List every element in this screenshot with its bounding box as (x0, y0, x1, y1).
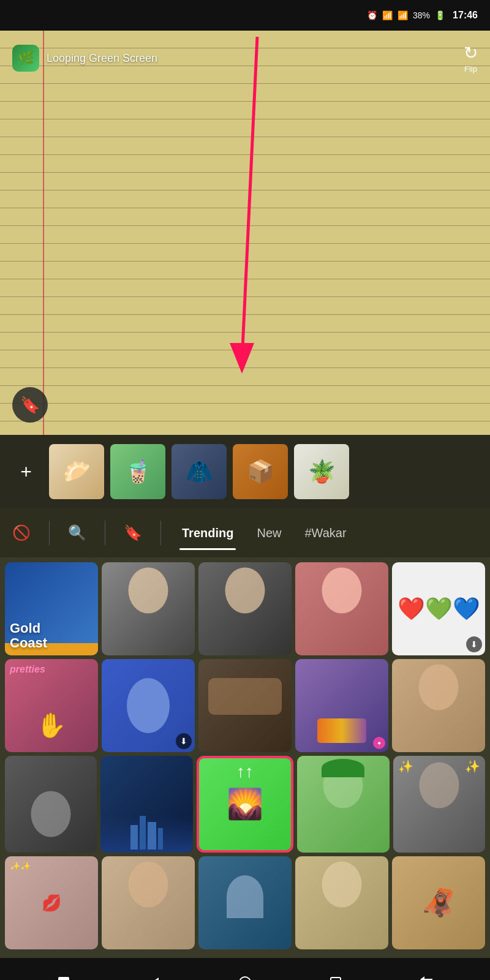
filter-divider3 (160, 521, 161, 545)
add-button[interactable]: + (9, 444, 43, 499)
thumbnail-drinks[interactable]: 🧋 (110, 444, 165, 499)
monkey-cell[interactable]: 🦧 (392, 856, 485, 949)
gold-coast-cell[interactable]: GoldCoast (5, 562, 98, 655)
tab-trending[interactable]: Trending (179, 521, 236, 545)
main-preview-area: 🌿 Looping Green Screen ↻ Flip 🔖 (0, 31, 490, 435)
hand-cell[interactable]: ✋ pretties (5, 659, 98, 752)
app-icon: 🌿 (12, 45, 39, 72)
face-oval-9 (129, 862, 168, 908)
lined-paper-bg (0, 31, 490, 435)
nav-back-button[interactable] (139, 967, 170, 980)
flip-button[interactable]: ↻ Flip (464, 43, 478, 74)
tab-new[interactable]: New (254, 521, 284, 545)
grid-row-1: GoldCoast ❤️💚💙 ⬇ (5, 562, 485, 655)
face-oval-10 (322, 862, 362, 908)
hand-emoji: ✋ (36, 711, 67, 740)
app-title: Looping Green Screen (47, 52, 464, 65)
hat-shape (322, 759, 364, 777)
thumbnail-plant[interactable]: 🪴 (294, 444, 349, 499)
hearts-cell[interactable]: ❤️💚💙 ⬇ (392, 562, 485, 655)
thumb-plant-icon: 🪴 (294, 444, 349, 499)
thumb-product-icon: 📦 (233, 444, 288, 499)
search-icon[interactable]: 🔍 (68, 524, 86, 541)
nav-recents-button[interactable] (320, 967, 351, 980)
top-app-bar: 🌿 Looping Green Screen ↻ Flip (0, 37, 490, 80)
gold-coast-text: GoldCoast (10, 621, 47, 650)
svg-rect-5 (331, 978, 341, 980)
thumb-jacket-icon: 🧥 (172, 444, 227, 499)
face-oval-5 (419, 664, 459, 710)
xmas-decor2: ✨ (465, 759, 480, 774)
thumb-food-icon: 🥟 (49, 444, 104, 499)
lips-emoji: 💋 (42, 894, 61, 913)
xmas-decor: ✨ (398, 759, 413, 774)
navigation-bar (0, 958, 490, 980)
green-hat-cell[interactable] (297, 756, 389, 853)
ban-icon[interactable]: 🚫 (12, 524, 31, 541)
flip-label: Flip (464, 64, 477, 74)
monkey-emoji: 🦧 (422, 887, 456, 919)
status-bar: ⏰ 📶 📶 38% 🔋 17:46 (0, 0, 490, 31)
asian-face-cell[interactable] (392, 659, 485, 752)
sky-cell[interactable]: ✦ (295, 659, 388, 752)
pretties-text: pretties (10, 664, 45, 675)
face-oval-4 (208, 678, 282, 715)
bookmark-icon: 🔖 (20, 396, 40, 415)
thumbnail-food[interactable]: 🥟 (49, 444, 104, 499)
battery-icon: 🔋 (435, 10, 445, 20)
blue-oval (127, 678, 170, 733)
face-bw-cell-2[interactable] (198, 562, 292, 655)
lake-cell[interactable] (198, 856, 292, 949)
featured-greenscreen-cell[interactable]: 🌄 ↑↑ (197, 756, 293, 853)
lips-cell[interactable]: 💋 ✨✨ (5, 856, 98, 949)
filter-divider2 (105, 521, 105, 545)
lake-figure (227, 875, 263, 918)
nav-switch-button[interactable] (411, 967, 442, 980)
blonde-cell[interactable] (295, 856, 388, 949)
asian2-cell[interactable] (102, 856, 195, 949)
blue-balloon-cell[interactable]: ⬇ (102, 659, 195, 752)
thumbnail-strip: + 🥟 🧋 🧥 📦 🪴 (0, 435, 490, 508)
filter-bar: 🚫 🔍 🔖 Trending New #Wakar (0, 508, 490, 557)
face-color-cell[interactable] (295, 562, 388, 655)
bookmark-filter-icon[interactable]: 🔖 (124, 524, 142, 541)
tab-wakar[interactable]: #Wakar (302, 521, 349, 545)
sky-gradient (317, 718, 366, 743)
status-time: 17:46 (453, 10, 478, 21)
face-oval-6 (31, 791, 71, 837)
nav-home-button[interactable] (230, 967, 260, 980)
face-oval-1 (129, 567, 168, 613)
battery-percent: 38% (413, 10, 430, 20)
thumbnail-jacket[interactable]: 🧥 (172, 444, 227, 499)
grid-row-4: 💋 ✨✨ 🦧 (5, 856, 485, 949)
small-badge-1: ✦ (373, 737, 385, 749)
svg-point-4 (239, 977, 251, 980)
hearts-content: ❤️💚💙 (398, 596, 480, 622)
bookmark-button[interactable]: 🔖 (12, 387, 48, 423)
thumb-drinks-icon: 🧋 (110, 444, 165, 499)
face-oval-8 (419, 762, 459, 808)
svg-rect-2 (58, 977, 69, 980)
xmas-cell[interactable]: ✨ ✨ (393, 756, 485, 853)
city-night-cell[interactable] (100, 756, 192, 853)
featured-arrows: ↑↑ (236, 762, 254, 782)
city-skyline (100, 816, 192, 853)
sleeping-cell[interactable] (5, 756, 97, 853)
svg-marker-3 (151, 978, 159, 980)
effects-grid: GoldCoast ❤️💚💙 ⬇ ✋ pretties ⬇ (0, 557, 490, 958)
face-bw-cell-1[interactable] (102, 562, 195, 655)
wifi-icon: 📶 (382, 10, 393, 20)
flip-icon: ↻ (464, 43, 478, 63)
download-badge-2: ⬇ (176, 733, 192, 749)
download-badge-1: ⬇ (466, 636, 482, 652)
signal-icon: 📶 (398, 10, 408, 20)
margin-line (43, 31, 44, 435)
face-closeup-cell[interactable] (198, 659, 292, 752)
nav-square-button[interactable] (48, 967, 79, 980)
face-oval-3 (322, 567, 362, 613)
filter-divider (49, 521, 50, 545)
alarm-icon: ⏰ (367, 10, 377, 20)
grid-row-2: ✋ pretties ⬇ ✦ (5, 659, 485, 752)
thumbnail-product[interactable]: 📦 (233, 444, 288, 499)
greenscreen-icon: 🌄 (227, 787, 263, 821)
